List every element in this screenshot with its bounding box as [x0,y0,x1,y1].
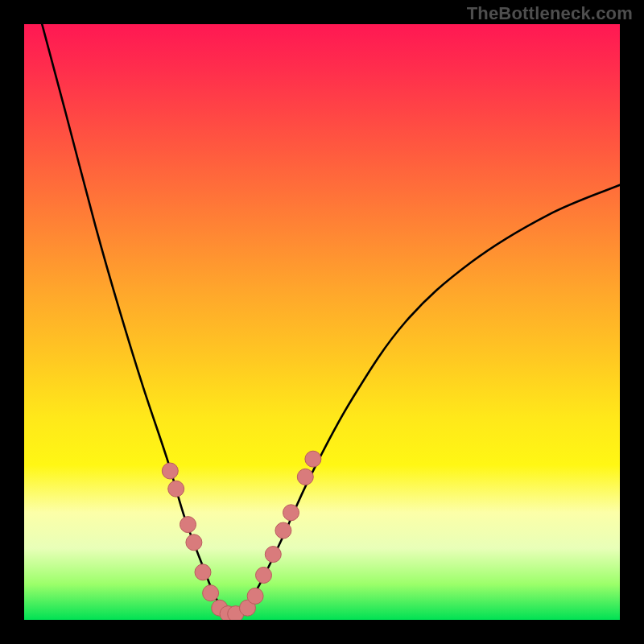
bead-point [256,568,272,584]
curve-left-branch [42,24,226,614]
bottleneck-curve [42,24,620,614]
bead-point [283,505,299,521]
curve-right-branch [238,185,620,614]
bead-point [195,564,211,580]
bead-point [180,517,196,533]
bead-point [265,547,281,563]
bead-point [297,469,313,485]
bead-point [203,585,219,601]
bead-point [186,535,202,551]
plot-area [24,24,620,620]
bead-point [168,481,184,497]
beads-left [162,463,243,620]
bead-point [305,451,321,467]
watermark-text: TheBottleneck.com [467,3,633,24]
curve-layer [24,24,620,620]
bead-point [275,522,291,539]
bead-point [247,588,263,604]
bead-point [162,463,178,479]
beads-right [240,451,321,616]
chart-frame: TheBottleneck.com [0,0,644,644]
